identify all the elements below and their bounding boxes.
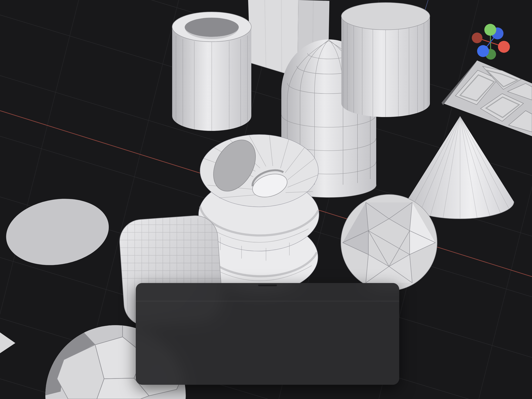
sheet-separator [136, 301, 399, 301]
orientation-gizmo[interactable] [465, 21, 518, 62]
add-options-panel [136, 283, 399, 385]
mesh-icosphere[interactable] [341, 195, 437, 291]
sheet-grabber[interactable] [258, 285, 277, 286]
gizmo-axis-x[interactable] [498, 41, 510, 53]
mesh-cone[interactable] [406, 116, 514, 219]
gizmo-axis-z[interactable] [477, 45, 489, 57]
gizmo-axis-neg-x[interactable] [472, 32, 482, 43]
viewport[interactable] [0, 0, 532, 399]
gizmo-axis-y[interactable] [484, 24, 496, 36]
mesh-plane-corner[interactable] [0, 332, 15, 353]
mesh-disc[interactable] [1, 192, 114, 272]
mesh-tube[interactable] [172, 12, 251, 131]
mesh-cylinder[interactable] [341, 3, 430, 117]
